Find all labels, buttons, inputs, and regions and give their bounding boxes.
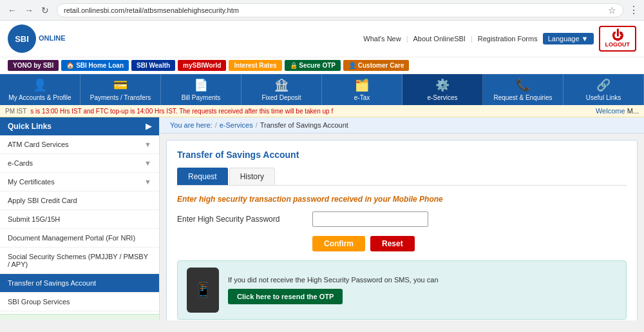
star-icon: ⭐ <box>8 320 17 320</box>
ticker-time: PM IST <box>5 108 26 115</box>
registration-link[interactable]: Registration Forms <box>478 35 538 43</box>
reload-button[interactable]: ↻ <box>39 4 52 17</box>
main-layout: Quick Links ▶ ATM Card Services ▼ e-Card… <box>0 117 644 320</box>
promo-yono[interactable]: YONO by SBI <box>8 60 59 71</box>
logout-button[interactable]: ⏻ LOGOUT <box>599 26 637 52</box>
sidebar-item-credit-card[interactable]: Apply SBI Credit Card <box>0 191 159 210</box>
nav-payments[interactable]: 💳 Payments / Transfers <box>80 74 161 105</box>
promo-home-loan[interactable]: 🏠 SBI Home Loan <box>61 60 129 71</box>
features-box: ⭐ FEATURES/OFFERS Avail FX-Out facility … <box>0 314 159 320</box>
profile-icon: 👤 <box>33 78 47 92</box>
forward-button[interactable]: → <box>22 4 36 17</box>
promo-interest[interactable]: Interest Rates <box>229 60 281 71</box>
sidebar-item-doc-mgmt[interactable]: Document Management Portal (For NRI) <box>0 229 159 248</box>
nav-useful-links[interactable]: 🔗 Useful Links <box>564 74 644 105</box>
promo-banner: YONO by SBI 🏠 SBI Home Loan SBI Wealth m… <box>0 57 644 74</box>
logo-subtitle: ONLINE <box>39 34 66 43</box>
sidebar-item-atm[interactable]: ATM Card Services ▼ <box>0 135 159 154</box>
address-bar[interactable]: retail.onlinesbi.com/retail/atbsmsenable… <box>57 3 623 17</box>
content: You are here: / e-Services / Transfer of… <box>160 117 644 320</box>
eservices-icon: ⚙️ <box>435 78 450 92</box>
phone-icon: 📱 <box>187 268 219 313</box>
browser-bar: ← → ↻ retail.onlinesbi.com/retail/atbsms… <box>0 0 644 21</box>
resend-otp-button[interactable]: Click here to resend the OTP <box>228 289 343 304</box>
nav-request[interactable]: 📞 Request & Enquiries <box>483 74 564 105</box>
power-icon: ⏻ <box>612 30 623 41</box>
language-button[interactable]: Language ▼ <box>543 33 594 44</box>
browser-nav[interactable]: ← → ↻ <box>5 4 52 17</box>
main-nav: 👤 My Accounts & Profile 💳 Payments / Tra… <box>0 74 644 105</box>
logo-text: SBI <box>15 34 29 44</box>
welcome-text: Welcome M... <box>596 107 639 115</box>
nav-fixed-deposit[interactable]: 🏦 Fixed Deposit <box>242 74 322 105</box>
page-title: Transfer of Savings Account <box>177 150 627 160</box>
quick-links-header: Quick Links ▶ <box>0 117 159 135</box>
chevron-right-icon: ▼ <box>144 178 151 186</box>
separator: / <box>256 121 258 129</box>
tab-request[interactable]: Request <box>177 168 228 185</box>
header-links: What's New | About OnlineSBI | Registrat… <box>363 26 636 52</box>
deposit-icon: 🏦 <box>274 78 289 92</box>
nav-my-accounts[interactable]: 👤 My Accounts & Profile <box>0 74 80 105</box>
promo-otp[interactable]: 🔒 Secure OTP <box>285 60 341 71</box>
menu-icon[interactable]: ⋮ <box>629 4 639 16</box>
promo-wealth[interactable]: SBI Wealth <box>131 60 175 71</box>
features-title: ⭐ FEATURES/OFFERS <box>8 320 151 320</box>
chevron-down-icon: ▼ <box>582 35 589 43</box>
payments-icon: 💳 <box>113 78 128 92</box>
breadcrumb-eservices[interactable]: e-Services <box>220 121 253 129</box>
promo-customer[interactable]: 👤 Customer Care <box>343 60 409 71</box>
breadcrumb: You are here: / e-Services / Transfer of… <box>160 117 644 133</box>
links-icon: 🔗 <box>596 78 611 92</box>
sidebar-item-ecards[interactable]: e-Cards ▼ <box>0 154 159 173</box>
tax-icon: 🗂️ <box>355 78 369 92</box>
nav-eservices[interactable]: ⚙️ e-Services <box>402 74 483 105</box>
chevron-right-icon: ▼ <box>144 141 151 148</box>
tab-bar: Request History <box>177 168 627 186</box>
whats-new-link[interactable]: What's New <box>363 35 401 43</box>
sidebar: Quick Links ▶ ATM Card Services ▼ e-Card… <box>0 117 160 320</box>
button-row: Confirm Reset <box>312 236 627 251</box>
confirm-button[interactable]: Confirm <box>312 236 365 251</box>
sidebar-item-social-security[interactable]: Social Security Schemes (PMJJBY / PMSBY … <box>0 248 159 274</box>
enquiry-icon: 📞 <box>516 78 530 92</box>
tab-history[interactable]: History <box>229 168 275 185</box>
url-text: retail.onlinesbi.com/retail/atbsmsenable… <box>64 6 239 14</box>
breadcrumb-current: Transfer of Savings Account <box>260 121 348 129</box>
arrow-icon: ▶ <box>146 122 151 131</box>
resend-message: If you did not receive the High Security… <box>228 276 439 284</box>
password-label: Enter High Security Password <box>177 215 306 224</box>
bill-icon: 📄 <box>194 78 208 92</box>
reset-button[interactable]: Reset <box>370 236 415 251</box>
password-input[interactable] <box>312 211 428 227</box>
ticker-message: s is 13:00 Hrs IST and FTC top-up is 14:… <box>30 108 333 115</box>
nav-etax[interactable]: 🗂️ e-Tax <box>322 74 402 105</box>
resend-content: If you did not receive the High Security… <box>228 276 439 304</box>
about-link[interactable]: About OnlineSBI <box>413 35 466 43</box>
form-row: Enter High Security Password <box>177 211 627 227</box>
otp-note: Enter high security transaction password… <box>177 195 627 204</box>
sidebar-item-transfer-savings[interactable]: Transfer of Savings Account <box>0 274 159 293</box>
bookmark-icon[interactable]: ☆ <box>608 5 616 15</box>
separator: / <box>215 121 217 129</box>
transfer-box: Transfer of Savings Account Request Hist… <box>166 140 638 320</box>
header: SBI ONLINE What's New | About OnlineSBI … <box>0 21 644 57</box>
otp-resend-box: 📱 If you did not receive the High Securi… <box>177 260 627 320</box>
logo-circle: SBI <box>8 24 36 53</box>
sidebar-item-certificates[interactable]: My Certificates ▼ <box>0 173 159 191</box>
chevron-right-icon: ▼ <box>144 159 151 167</box>
sidebar-item-15g[interactable]: Submit 15G/15H <box>0 210 159 229</box>
sidebar-item-sbi-group[interactable]: SBI Group Services <box>0 293 159 311</box>
back-button[interactable]: ← <box>5 4 19 17</box>
promo-world[interactable]: mySBIWorld <box>178 60 226 71</box>
sbi-logo: SBI ONLINE <box>8 24 66 53</box>
nav-bill-payments[interactable]: 📄 Bill Payments <box>161 74 242 105</box>
